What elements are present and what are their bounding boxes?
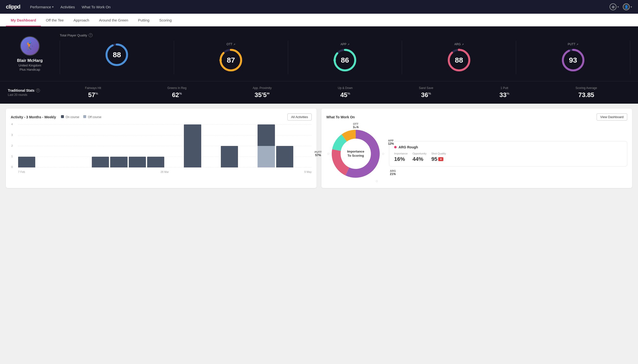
chevron-down-icon: ▾: [617, 6, 619, 8]
bar-group-6: [129, 157, 146, 168]
player-name: Blair McHarg: [17, 58, 43, 63]
app-donut-label: APP 12%: [388, 139, 394, 146]
arg-label: ARG ↗: [454, 42, 464, 46]
stat-greens-in-reg: Greens In Reg 62%: [167, 86, 186, 99]
stats-subtitle: Last 20 rounds: [8, 93, 52, 96]
pink-dot-icon: [394, 146, 397, 148]
ott-score-col: OTT ↗ 87: [174, 40, 288, 74]
bar-group-9: [184, 124, 201, 168]
what-to-work-inner: Importance To Scoring OTT 10% APP 12%: [326, 124, 627, 183]
bar-on-course: [221, 146, 238, 168]
nav-what-to-work-on[interactable]: What To Work On: [82, 5, 111, 9]
arg-donut-label: ARG 21%: [390, 170, 396, 176]
hero-section: 🏌️ Blair McHarg United Kingdom Plus Hand…: [0, 26, 638, 81]
bar-group-14: [276, 146, 293, 168]
bar-group-7: [147, 157, 164, 168]
x-axis-labels: 7 Feb 28 Mar 9 May: [18, 170, 312, 173]
bar-on-course: [276, 146, 293, 168]
stat-up-and-down: Up & Down 45%: [338, 86, 353, 99]
arg-rough-info-card: ARG Rough Importance 16% Opportunity 44%…: [389, 141, 627, 166]
svg-point-7: [333, 59, 336, 61]
top-navigation: clippd Performance ▾ Activities What To …: [0, 0, 638, 14]
tab-off-the-tee[interactable]: Off the Tee: [41, 14, 69, 26]
view-dashboard-button[interactable]: View Dashboard: [597, 114, 627, 120]
arg-score-col: ARG ↗ 88: [402, 40, 516, 74]
brand-logo[interactable]: clippd: [6, 4, 20, 10]
scores-section: Total Player Quality ? 88: [60, 33, 630, 74]
avatar: 🏌️: [20, 36, 40, 56]
bar-group-0: [18, 157, 35, 168]
stat-scoring-average: Scoring Average 73.85: [576, 86, 597, 99]
donut-center: Importance To Scoring: [347, 150, 364, 158]
app-label: APP ↗: [341, 42, 349, 46]
scores-title: Total Player Quality ?: [60, 33, 630, 37]
chart-legend: On course Off course: [61, 115, 101, 119]
bar-on-course: [18, 157, 35, 168]
ott-label: OTT ↗: [227, 42, 235, 46]
putt-score-value: 93: [569, 56, 577, 64]
nav-activities[interactable]: Activities: [61, 5, 75, 9]
info-metric-shot-quality: Shot Quality 95 ▼: [431, 152, 446, 162]
legend-off-course: Off course: [83, 115, 101, 119]
info-card-title: ARG Rough: [394, 145, 622, 149]
stat-sand-save: Sand Save 36%: [419, 86, 433, 99]
bars-container: [18, 124, 312, 168]
putt-donut-label: PUTT 57%: [315, 150, 322, 157]
activity-card-header: Activity - 3 Months - Weekly On course O…: [11, 114, 312, 120]
add-button[interactable]: ⊕ ▾: [610, 4, 619, 10]
legend-on-course: On course: [61, 115, 79, 119]
tab-around-the-green[interactable]: Around the Green: [94, 14, 133, 26]
activity-card: Activity - 3 Months - Weekly On course O…: [6, 108, 317, 188]
bar-on-course: [258, 124, 275, 146]
info-metric-opportunity: Opportunity 44%: [412, 152, 427, 162]
main-score-value: 88: [113, 50, 121, 59]
putt-score-circle: 93: [561, 48, 585, 72]
bar-group-4: [92, 157, 109, 168]
bar-group-13: [258, 124, 275, 168]
all-activities-button[interactable]: All Activities: [287, 114, 312, 120]
player-country: United Kingdom: [19, 64, 41, 67]
user-menu-button[interactable]: 👤 ▾: [623, 4, 632, 10]
bar-group-5: [110, 157, 127, 168]
ott-score-value: 87: [227, 56, 235, 64]
tab-bar: My Dashboard Off the Tee Approach Around…: [0, 14, 638, 26]
app-score-value: 86: [341, 56, 349, 64]
bar-on-course: [110, 157, 127, 168]
traditional-stats-row: Traditional Stats ? Last 20 rounds Fairw…: [0, 81, 638, 104]
app-score-col: APP ↗ 86: [288, 40, 402, 74]
nav-links: Performance ▾ Activities What To Work On: [30, 5, 111, 9]
arg-score-circle: 88: [447, 48, 471, 72]
tab-putting[interactable]: Putting: [133, 14, 154, 26]
info-metric-importance: Importance 16%: [394, 152, 408, 162]
stats-items: Fairways Hit 57% Greens In Reg 62% App. …: [52, 86, 630, 99]
tab-scoring[interactable]: Scoring: [154, 14, 176, 26]
activity-card-title: Activity - 3 Months - Weekly: [11, 115, 56, 119]
player-info: 🏌️ Blair McHarg United Kingdom Plus Hand…: [8, 36, 52, 72]
chevron-down-icon: ▾: [631, 6, 632, 8]
main-score-col: 88: [60, 40, 174, 74]
stats-title: Traditional Stats ?: [8, 88, 52, 92]
player-handicap: Plus Handicap: [20, 68, 40, 72]
what-to-work-header: What To Work On View Dashboard: [326, 114, 627, 120]
quality-badge: ▼: [438, 157, 443, 161]
bar-on-course: [184, 124, 201, 168]
stats-help-icon[interactable]: ?: [36, 88, 40, 92]
bottom-section: Activity - 3 Months - Weekly On course O…: [0, 104, 638, 193]
tab-my-dashboard[interactable]: My Dashboard: [6, 14, 41, 26]
bar-on-course: [129, 157, 146, 168]
stats-label-col: Traditional Stats ? Last 20 rounds: [8, 88, 52, 96]
bar-off-course: [258, 146, 275, 168]
bar-on-course: [147, 157, 164, 168]
scores-grid: 88 OTT ↗ 87: [60, 40, 630, 74]
nav-right-controls: ⊕ ▾ 👤 ▾: [610, 4, 632, 10]
putt-label: PUTT ↗: [568, 42, 578, 46]
chevron-down-icon: ▾: [52, 6, 54, 8]
info-metrics: Importance 16% Opportunity 44% Shot Qual…: [394, 152, 622, 162]
help-icon[interactable]: ?: [89, 33, 93, 37]
stat-app-proximity: App. Proximity 35'5": [253, 86, 272, 99]
nav-performance[interactable]: Performance ▾: [30, 5, 54, 9]
tab-approach[interactable]: Approach: [69, 14, 94, 26]
bar-on-course: [92, 157, 109, 168]
bar-chart: 4 3 2 1 0 7 Feb 28 Mar 9 May: [11, 124, 312, 173]
what-to-work-card: What To Work On View Dashboard: [321, 108, 632, 188]
